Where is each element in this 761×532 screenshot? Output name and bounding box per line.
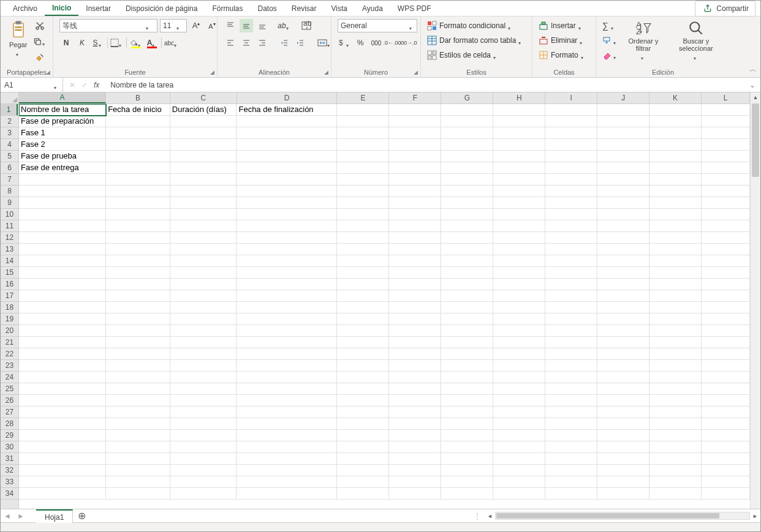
cell-L22[interactable] <box>702 348 750 360</box>
vscroll-thumb[interactable] <box>752 103 759 177</box>
cell-A5[interactable]: Fase de prueba <box>19 151 106 162</box>
cell-E26[interactable] <box>337 395 389 406</box>
cell-C19[interactable] <box>170 313 237 325</box>
cell-J22[interactable] <box>597 348 649 360</box>
cell-G32[interactable] <box>441 465 493 476</box>
cell-I31[interactable] <box>545 453 597 465</box>
cell-G28[interactable] <box>441 418 493 430</box>
cell-F2[interactable] <box>389 116 441 127</box>
cell-A27[interactable] <box>19 406 106 418</box>
cell-G14[interactable] <box>441 255 493 267</box>
cell-F16[interactable] <box>389 279 441 290</box>
cell-D5[interactable] <box>237 151 337 162</box>
cell-L10[interactable] <box>702 209 750 220</box>
cell-D27[interactable] <box>237 406 337 418</box>
cell-B10[interactable] <box>106 209 170 220</box>
cell-F10[interactable] <box>389 209 441 220</box>
percent-button[interactable]: % <box>354 36 367 50</box>
add-sheet-button[interactable]: ⊕ <box>73 510 90 522</box>
menu-tab-vista[interactable]: Vista <box>324 2 355 15</box>
cell-D14[interactable] <box>237 255 337 267</box>
cell-I30[interactable] <box>545 441 597 453</box>
cell-E18[interactable] <box>337 302 389 313</box>
cell-E33[interactable] <box>337 476 389 488</box>
cell-C20[interactable] <box>170 325 237 337</box>
cell-D15[interactable] <box>237 267 337 279</box>
cell-D21[interactable] <box>237 337 337 348</box>
cell-B27[interactable] <box>106 406 170 418</box>
cell-D4[interactable] <box>237 139 337 151</box>
cell-F31[interactable] <box>389 453 441 465</box>
cell-D23[interactable] <box>237 360 337 372</box>
cell-B17[interactable] <box>106 290 170 302</box>
wrap-text-button[interactable]: ab <box>300 19 313 32</box>
cell-I6[interactable] <box>545 162 597 174</box>
menu-tab-inicio[interactable]: Inicio <box>45 1 78 16</box>
cell-D33[interactable] <box>237 476 337 488</box>
cell-H30[interactable] <box>493 441 545 453</box>
insert-cells-button[interactable]: Insertar <box>539 19 583 32</box>
cell-J13[interactable] <box>597 244 649 255</box>
cell-K34[interactable] <box>649 488 702 500</box>
cell-J23[interactable] <box>597 360 649 372</box>
cell-I23[interactable] <box>545 360 597 372</box>
cell-A2[interactable]: Fase de preparación <box>19 116 106 127</box>
cell-A4[interactable]: Fase 2 <box>19 139 106 151</box>
row-header-9[interactable]: 9 <box>1 197 18 209</box>
cell-A6[interactable]: Fase de entrega <box>19 162 106 174</box>
cell-H29[interactable] <box>493 430 545 441</box>
clear-button[interactable] <box>602 48 618 62</box>
cell-K5[interactable] <box>649 151 702 162</box>
cell-G18[interactable] <box>441 302 493 313</box>
row-header-17[interactable]: 17 <box>1 290 18 302</box>
cell-E7[interactable] <box>337 174 389 185</box>
menu-tab-revisar[interactable]: Revisar <box>284 2 324 15</box>
cell-C18[interactable] <box>170 302 237 313</box>
column-header-H[interactable]: H <box>493 92 545 103</box>
font-color-button[interactable]: A <box>145 36 159 50</box>
cell-I14[interactable] <box>545 255 597 267</box>
cell-F5[interactable] <box>389 151 441 162</box>
cell-B24[interactable] <box>106 372 170 383</box>
cell-D7[interactable] <box>237 174 337 185</box>
cell-C4[interactable] <box>170 139 237 151</box>
cell-A26[interactable] <box>19 395 106 406</box>
row-header-25[interactable]: 25 <box>1 383 18 395</box>
format-cells-button[interactable]: Formato <box>539 48 586 62</box>
align-middle-button[interactable] <box>240 19 253 32</box>
cell-F28[interactable] <box>389 418 441 430</box>
cell-E23[interactable] <box>337 360 389 372</box>
cell-H28[interactable] <box>493 418 545 430</box>
cell-E24[interactable] <box>337 372 389 383</box>
cell-L3[interactable] <box>702 127 750 139</box>
cell-H15[interactable] <box>493 267 545 279</box>
cell-F34[interactable] <box>389 488 441 500</box>
cell-F33[interactable] <box>389 476 441 488</box>
row-header-7[interactable]: 7 <box>1 174 18 185</box>
cell-A20[interactable] <box>19 325 106 337</box>
cell-K9[interactable] <box>649 197 702 209</box>
cell-L4[interactable] <box>702 139 750 151</box>
cell-B34[interactable] <box>106 488 170 500</box>
cell-L19[interactable] <box>702 313 750 325</box>
cell-L25[interactable] <box>702 383 750 395</box>
row-header-4[interactable]: 4 <box>1 139 18 151</box>
cell-K8[interactable] <box>649 185 702 197</box>
cell-F24[interactable] <box>389 372 441 383</box>
cell-J19[interactable] <box>597 313 649 325</box>
cell-B18[interactable] <box>106 302 170 313</box>
cell-D29[interactable] <box>237 430 337 441</box>
cell-K25[interactable] <box>649 383 702 395</box>
cell-J18[interactable] <box>597 302 649 313</box>
paste-button[interactable]: Pegar <box>7 19 29 56</box>
cell-E22[interactable] <box>337 348 389 360</box>
cell-G9[interactable] <box>441 197 493 209</box>
cell-L16[interactable] <box>702 279 750 290</box>
cell-C5[interactable] <box>170 151 237 162</box>
row-header-13[interactable]: 13 <box>1 244 18 255</box>
cell-J5[interactable] <box>597 151 649 162</box>
row-header-2[interactable]: 2 <box>1 116 18 127</box>
font-launcher[interactable]: ◢ <box>208 69 216 76</box>
cell-K7[interactable] <box>649 174 702 185</box>
accounting-button[interactable]: $ <box>338 36 351 50</box>
